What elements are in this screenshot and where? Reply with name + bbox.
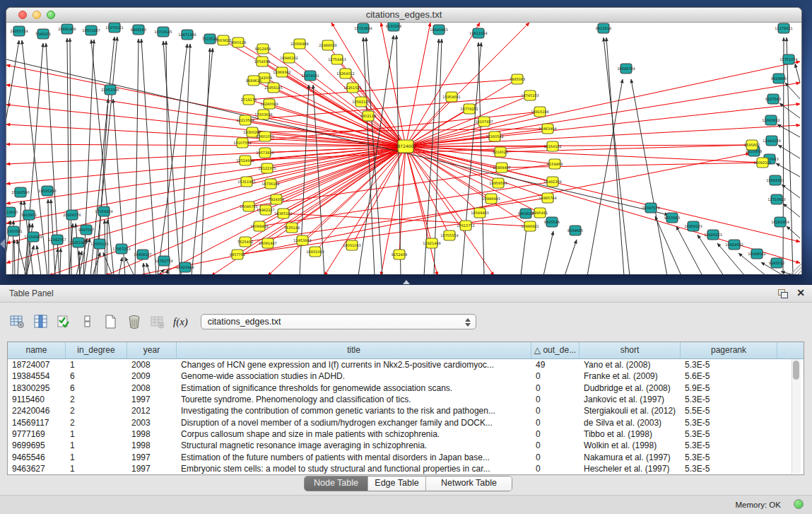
citation-network-graph[interactable]: 2405572470461012069140610553287152760218… [6,23,801,274]
svg-text:15492309: 15492309 [543,180,561,184]
cell-out_de: 0 [531,418,579,428]
table-body: 1872400712008Changes of HCN gene express… [8,359,804,474]
table-row[interactable]: 911546021997Tourette syndrome. Phenomeno… [8,394,804,405]
column-header-title[interactable]: title [177,342,531,358]
svg-text:12505135: 12505135 [90,242,108,246]
svg-text:10719145: 10719145 [154,30,172,34]
cell-title: Estimation of significance thresholds fo… [177,383,531,393]
cell-year: 2012 [127,406,177,416]
svg-text:14985744: 14985744 [539,196,556,200]
column-selector-button[interactable] [33,314,49,329]
table-row[interactable]: 1830029562008Estimation of significance … [8,382,804,394]
svg-text:8466160: 8466160 [131,28,146,32]
cell-title: Genome-wide association studies in ADHD. [177,371,531,381]
delete-column-button[interactable] [126,314,142,329]
cell-title: Changes of HCN gene expression and I(f) … [177,360,531,370]
close-panel-icon[interactable]: ✕ [796,287,805,298]
column-header-in_degree[interactable]: in_degree [66,342,127,358]
panel-collapse-handle[interactable] [0,239,5,249]
svg-text:10924502: 10924502 [725,243,743,247]
table-row[interactable]: 1456911722003Disruption of a novel membe… [8,416,804,428]
svg-text:9463627: 9463627 [518,211,534,216]
cell-name: 18724007 [8,360,66,370]
table-row[interactable]: 1872400712008Changes of HCN gene express… [8,359,804,370]
checklist-icon [58,316,69,327]
cell-title: Tourette syndrome. Phenomenology and cla… [177,395,531,404]
zoom-window-button[interactable] [47,11,55,19]
cell-year: 1998 [127,440,177,450]
table-row[interactable]: 969969511998Structural magnetic resonanc… [8,440,804,451]
svg-text:19535296: 19535296 [38,189,56,193]
svg-text:15276021: 15276021 [105,25,123,30]
function-builder-button[interactable]: f(x) [173,316,188,328]
network-view-region: citations_edges.txt 24055724704610120691… [0,0,812,285]
svg-text:12160542: 12160542 [486,134,503,139]
minimize-window-button[interactable] [33,11,41,19]
table-column-icon [35,315,47,327]
cell-pagerank: 5.3E-5 [681,440,777,450]
column-header-pagerank[interactable]: pagerank [681,342,777,358]
svg-text:16261521: 16261521 [343,86,361,90]
column-header-name[interactable]: name [8,342,66,358]
table-tabs: Node TableEdge TableNetwork Table [304,476,512,491]
window-titlebar[interactable]: citations_edges.txt [6,8,801,23]
table-selector-dropdown[interactable]: citations_edges.txt [201,314,476,329]
svg-text:12213589: 12213589 [236,118,254,122]
table-row[interactable]: 2242004622012Investigating the contribut… [8,405,804,416]
screen: { "window": { "title": "citations_edges.… [0,0,812,514]
trash-icon [129,316,139,329]
svg-text:1054339: 1054339 [254,59,270,64]
cell-title: Estimation of the future numbers of pati… [177,452,531,462]
create-column-button[interactable] [103,314,119,329]
change-table-mode-button[interactable] [10,314,25,329]
table-row[interactable]: 946362711997Embryonic stem cells: a mode… [8,463,804,474]
table-row[interactable]: 977716911998Corpus callosum shape and si… [8,428,804,440]
svg-text:12869342: 12869342 [273,70,290,74]
select-all-button[interactable] [57,314,72,329]
cell-in_degree: 6 [66,383,127,393]
splitter-grip[interactable] [403,280,410,284]
table-panel-header[interactable]: Table Panel ✕ [0,285,812,303]
svg-text:14671388: 14671388 [178,33,196,37]
svg-text:18946102: 18946102 [280,56,298,60]
table-vertical-scrollbar[interactable] [792,359,801,474]
svg-text:16889497: 16889497 [493,165,510,170]
table-row[interactable]: 1938455462009Genome-wide association stu… [8,370,804,382]
float-panel-icon[interactable] [778,289,788,298]
svg-text:18724007: 18724007 [395,144,417,148]
svg-text:17615772: 17615772 [457,223,474,228]
svg-text:10996921: 10996921 [521,224,539,228]
svg-text:15474091: 15474091 [301,74,319,78]
svg-text:9889616: 9889616 [246,78,261,83]
row-height-button[interactable] [80,314,95,329]
cell-out_de: 0 [531,464,579,474]
svg-text:13264012: 13264012 [336,71,354,76]
scrollbar-thumb[interactable] [793,361,799,380]
svg-text:7924354: 7924354 [269,197,284,201]
cell-year: 2008 [127,360,177,370]
column-header-short[interactable]: short [579,342,681,358]
column-header-out_de[interactable]: △ out_de... [531,342,579,358]
tab-network-table[interactable]: Network Table [426,477,512,491]
cell-name: 9115460 [8,395,66,404]
network-canvas[interactable]: 2405572470461012069140610553287152760218… [6,23,801,274]
cell-short: Wolkin et al. (1998) [579,440,681,450]
svg-text:22006988: 22006988 [290,42,308,46]
svg-text:16640963: 16640963 [430,28,447,32]
close-window-button[interactable] [18,11,27,19]
network-window[interactable]: citations_edges.txt 24055724704610120691… [6,7,802,274]
tab-node-table[interactable]: Node Table [305,477,368,491]
cell-in_degree: 6 [66,371,127,381]
column-header-year[interactable]: year [127,342,177,358]
svg-text:22488028: 22488028 [319,43,336,47]
cell-pagerank: 5.3E-5 [681,418,777,428]
cell-short: Nakamura et al. (1997) [579,452,681,462]
new-document-icon [106,315,115,328]
svg-text:15311981: 15311981 [237,180,255,184]
node-table[interactable]: namein_degreeyeartitle△ out_de...shortpa… [7,341,804,475]
table-row[interactable]: 946554611997Estimation of the future num… [8,451,804,462]
cell-in_degree: 1 [66,452,127,462]
tab-edge-table[interactable]: Edge Table [368,477,426,491]
svg-text:14982227: 14982227 [257,208,274,212]
cell-year: 1997 [127,395,177,404]
